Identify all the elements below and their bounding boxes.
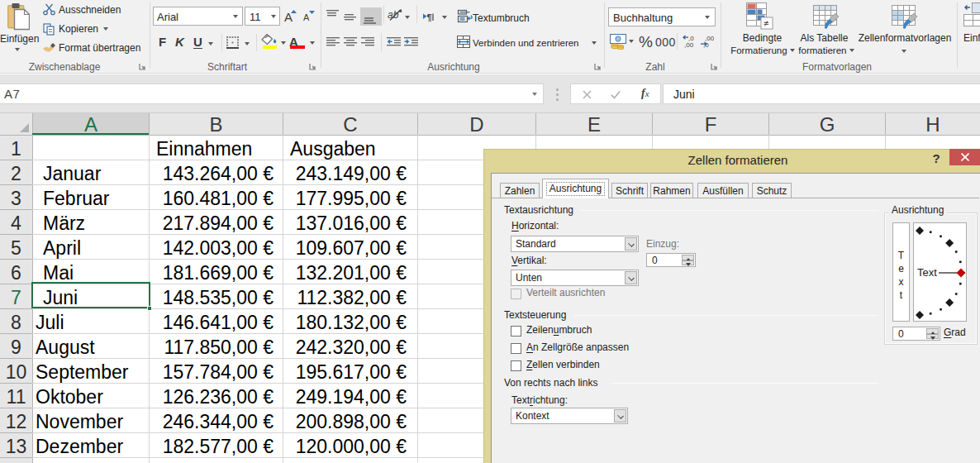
svg-text:,0: ,0 [703,41,709,49]
svg-text:¶: ¶ [427,12,432,22]
svg-text:ab: ab [388,9,399,21]
svg-text:Text: Text [917,266,937,279]
svg-text:≠: ≠ [764,18,768,28]
svg-text:,00: ,00 [684,41,694,49]
